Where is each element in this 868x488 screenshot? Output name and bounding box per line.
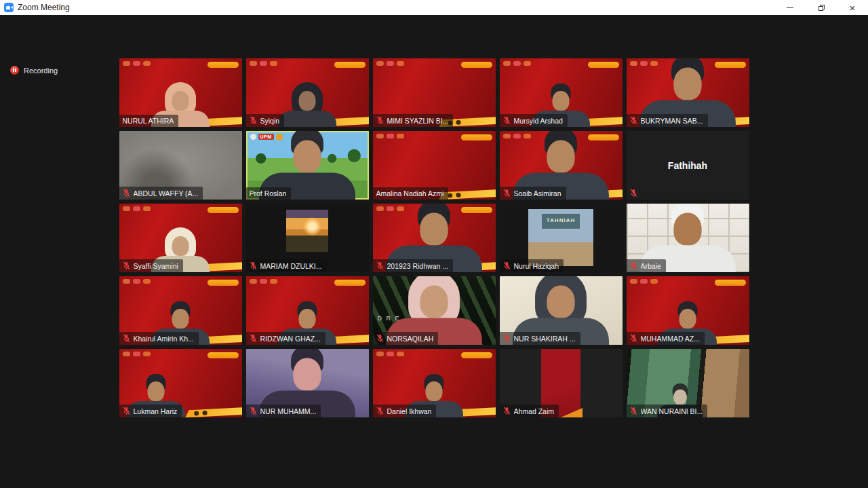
participant-name-bar: NUR SHAKIRAH ...: [500, 332, 580, 345]
muted-mic-icon: [123, 189, 130, 198]
background-ribbon: [312, 117, 369, 127]
person-face: [293, 140, 321, 173]
background-logos: [376, 206, 404, 211]
person-face: [293, 358, 321, 391]
person-headwear: [165, 82, 196, 116]
participant-name-bar: RIDZWAN GHAZ...: [246, 332, 326, 345]
person-face: [673, 213, 701, 246]
muted-mic-icon: [503, 116, 511, 125]
participant-name: Amalina Nadiah Azmi: [376, 189, 444, 198]
meeting-area: Recording NURUL ATHIRA: [0, 58, 868, 488]
background-ribbon: [566, 189, 623, 200]
minimize-button[interactable]: [774, 0, 806, 15]
background-logos: [630, 279, 658, 284]
participant-tile[interactable]: Khairul Amirin Kh...: [119, 276, 242, 345]
participant-tile[interactable]: Daniel Ikhwan: [373, 349, 496, 417]
participant-tile[interactable]: UPM Prof Roslan: [246, 131, 369, 200]
participant-name: NURUL ATHIRA: [123, 117, 174, 125]
participant-tile[interactable]: Fathihah Fathihah: [627, 131, 749, 200]
participant-tile[interactable]: NURUL ATHIRA: [119, 58, 242, 127]
participant-tile[interactable]: Lukman Hariz: [119, 349, 242, 417]
person-face: [426, 381, 443, 401]
person-headwear: [171, 301, 191, 318]
participant-tile[interactable]: Syaffi Syamini: [119, 204, 242, 272]
participant-name: Arbaie: [641, 262, 661, 270]
profile-avatar: TAHNIAH: [528, 209, 593, 266]
recording-indicator[interactable]: Recording: [10, 66, 58, 75]
background-logos: [503, 134, 531, 138]
participant-name-bar: BUKRYMAN SAB...: [627, 114, 708, 127]
person-face: [172, 91, 189, 111]
person-headwear: [673, 383, 688, 396]
background-badge: [461, 207, 492, 213]
person-face: [673, 390, 687, 405]
person-headwear: [292, 82, 323, 116]
participant-tile[interactable]: Ahmad Zaim: [500, 349, 623, 417]
person-face: [547, 140, 574, 173]
recording-icon: [10, 66, 19, 75]
person-headwear: [535, 276, 587, 327]
background-badge: [461, 62, 492, 68]
participant-tile[interactable]: WAN NURAINI BI...: [627, 349, 749, 417]
participant-tile[interactable]: Amalina Nadiah Azmi: [373, 131, 496, 200]
participant-name-bar: Soaib Asimiran: [500, 187, 566, 200]
participant-name-bar: 201923 Ridhwan ...: [373, 259, 453, 272]
participant-tile[interactable]: Syiqin: [246, 58, 369, 127]
person-face: [553, 91, 570, 111]
background-badge: [461, 134, 492, 140]
person-headwear: [671, 204, 704, 227]
participant-tile[interactable]: ABDUL WAFFY (A...: [119, 131, 242, 200]
participant-name: Soaib Asimiran: [514, 189, 561, 198]
participant-tile[interactable]: Soaib Asimiran: [500, 131, 623, 200]
participant-tile[interactable]: BUKRYMAN SAB...: [627, 58, 749, 127]
participant-tile[interactable]: MARIAM DZULKI...: [246, 204, 369, 272]
muted-mic-icon: [250, 334, 257, 343]
background-ribbon: [566, 117, 623, 127]
participant-name: Prof Roslan: [250, 189, 287, 198]
participant-tile[interactable]: MUHAMMAD AZ...: [627, 276, 749, 345]
person-headwear: [678, 301, 698, 318]
muted-mic-icon: [503, 407, 511, 415]
zoom-app-icon: [4, 3, 14, 12]
background-badge: [208, 352, 239, 358]
participant-name-centered: Fathihah: [627, 131, 749, 200]
background-logos: [503, 61, 531, 66]
background-logos: [630, 61, 658, 66]
participant-tile[interactable]: Mursyid Arshad: [500, 58, 623, 127]
participant-name: MUHAMMAD AZ...: [641, 335, 701, 343]
restore-button[interactable]: [806, 0, 837, 15]
participant-tile[interactable]: Arbaie: [627, 204, 749, 272]
participant-name-bar: Amalina Nadiah Azmi: [373, 187, 449, 200]
participant-name: Syaffi Syamini: [134, 262, 178, 270]
person-face: [147, 381, 164, 401]
participant-tile[interactable]: 201923 Ridhwan ...: [373, 204, 496, 272]
participant-name: 201923 Ridhwan ...: [387, 262, 448, 270]
participant-name-bar: NURUL ATHIRA: [119, 115, 179, 127]
close-button[interactable]: ×: [837, 0, 868, 15]
background-logo-text: UPM: [258, 134, 274, 140]
participant-tile[interactable]: NUR SHAKIRAH ...: [500, 276, 623, 345]
person-headwear: [291, 131, 323, 155]
participant-tile[interactable]: TAHNIAH Nurul Haziqah: [500, 204, 623, 272]
participant-name: Daniel Ikhwan: [387, 407, 432, 415]
background-side-text: D R E: [378, 315, 401, 322]
participant-name-bar: Lukman Hariz: [119, 405, 182, 417]
participant-name: ABDUL WAFFY (A...: [134, 189, 199, 198]
muted-mic-icon: [630, 334, 637, 343]
background-badge: [588, 62, 619, 68]
person-face: [673, 68, 701, 100]
participant-tile[interactable]: MIMI SYAZLIN BI...: [373, 58, 496, 127]
participant-tile[interactable]: D R E NORSAQILAH: [373, 276, 496, 345]
muted-mic-icon: [123, 261, 130, 270]
participant-name: MARIAM DZULKI...: [260, 262, 322, 270]
participant-tile[interactable]: RIDZWAN GHAZ...: [246, 276, 369, 345]
background-logos: [376, 61, 404, 66]
person-headwear: [291, 349, 323, 373]
background-badge: [588, 134, 619, 140]
background-logos: [123, 206, 151, 211]
participant-tile[interactable]: NUR MUHAMM...: [246, 349, 369, 417]
person-headwear: [408, 276, 460, 327]
background-logos: [376, 134, 404, 138]
window-titlebar: Zoom Meeting ×: [0, 0, 868, 15]
muted-mic-icon: [630, 189, 637, 198]
